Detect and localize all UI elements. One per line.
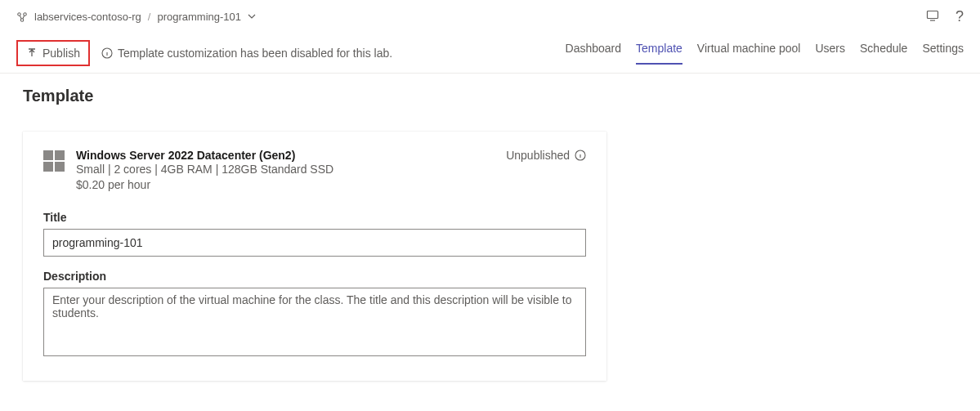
info-text: Template customization has been disabled… (118, 47, 392, 60)
svg-rect-3 (927, 11, 937, 19)
tab-users[interactable]: Users (815, 42, 845, 65)
vm-price: $0.20 per hour (76, 177, 333, 193)
tab-settings[interactable]: Settings (922, 42, 964, 65)
vm-info: Windows Server 2022 Datacenter (Gen2) Sm… (43, 149, 333, 193)
svg-point-1 (24, 12, 27, 16)
publish-button[interactable]: Publish (16, 40, 90, 66)
svg-point-0 (18, 12, 21, 16)
template-card: Windows Server 2022 Datacenter (Gen2) Sm… (23, 132, 606, 381)
info-icon (101, 47, 113, 59)
title-field: Title (43, 211, 586, 257)
tabs: Dashboard Template Virtual machine pool … (566, 42, 964, 65)
vm-name: Windows Server 2022 Datacenter (Gen2) (76, 149, 333, 162)
status-badge: Unpublished (506, 149, 586, 162)
toolbar-left: Publish Template customization has been … (16, 40, 392, 66)
title-label: Title (43, 211, 586, 224)
breadcrumb-separator: / (148, 11, 151, 23)
chevron-down-icon[interactable] (248, 11, 256, 23)
description-field: Description (43, 270, 586, 359)
tab-dashboard[interactable]: Dashboard (566, 42, 622, 65)
vm-details: Windows Server 2022 Datacenter (Gen2) Sm… (76, 149, 333, 193)
breadcrumb-path: labservices-contoso-rg / programming-101 (16, 11, 256, 23)
status-text: Unpublished (506, 149, 570, 162)
breadcrumb: labservices-contoso-rg / programming-101… (0, 0, 980, 34)
publish-label: Publish (43, 47, 80, 60)
page-title: Template (23, 87, 957, 105)
monitor-icon[interactable] (926, 9, 939, 25)
breadcrumb-root[interactable]: labservices-contoso-rg (34, 11, 141, 23)
toolbar: Publish Template customization has been … (0, 34, 980, 74)
windows-icon (43, 150, 65, 172)
breadcrumb-current[interactable]: programming-101 (157, 11, 241, 23)
org-icon (16, 11, 28, 23)
help-icon[interactable]: ? (955, 8, 964, 25)
description-input[interactable] (43, 288, 586, 356)
page-content: Template Windows Server 2022 Datacenter … (0, 74, 980, 394)
svg-point-2 (20, 18, 24, 21)
description-label: Description (43, 270, 586, 283)
info-icon[interactable] (575, 150, 586, 161)
vm-spec: Small | 2 cores | 4GB RAM | 128GB Standa… (76, 162, 333, 177)
breadcrumb-actions: ? (926, 8, 964, 25)
title-input[interactable] (43, 229, 586, 257)
info-message: Template customization has been disabled… (101, 47, 392, 60)
card-header: Windows Server 2022 Datacenter (Gen2) Sm… (43, 149, 586, 193)
tab-vm-pool[interactable]: Virtual machine pool (697, 42, 801, 65)
tab-template[interactable]: Template (636, 42, 682, 65)
tab-schedule[interactable]: Schedule (860, 42, 907, 65)
